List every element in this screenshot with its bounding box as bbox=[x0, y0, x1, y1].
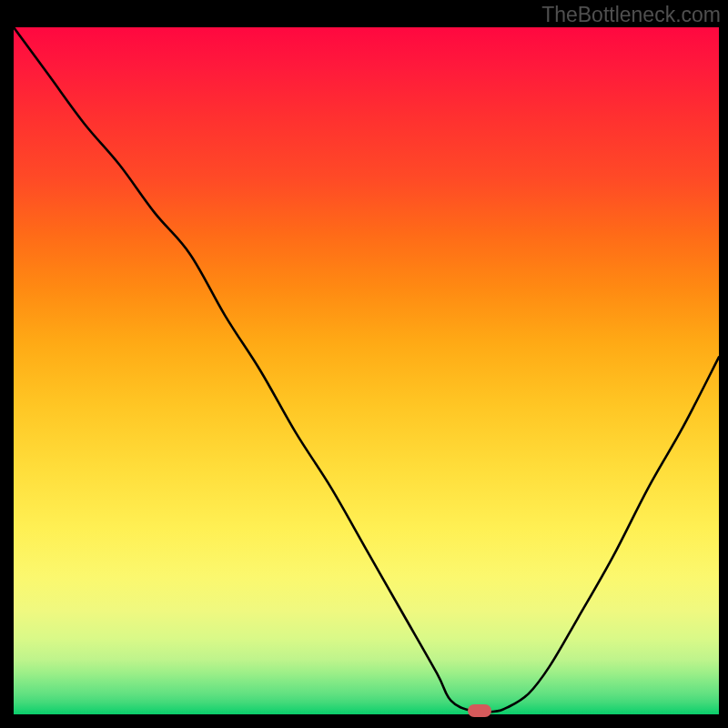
watermark-text: TheBottleneck.com bbox=[541, 3, 721, 27]
bottleneck-curve-path bbox=[14, 27, 719, 713]
plot-area bbox=[14, 27, 719, 714]
chart-stage: TheBottleneck.com bbox=[0, 0, 728, 728]
optimal-point-marker bbox=[468, 704, 491, 717]
curve-svg bbox=[14, 27, 719, 714]
